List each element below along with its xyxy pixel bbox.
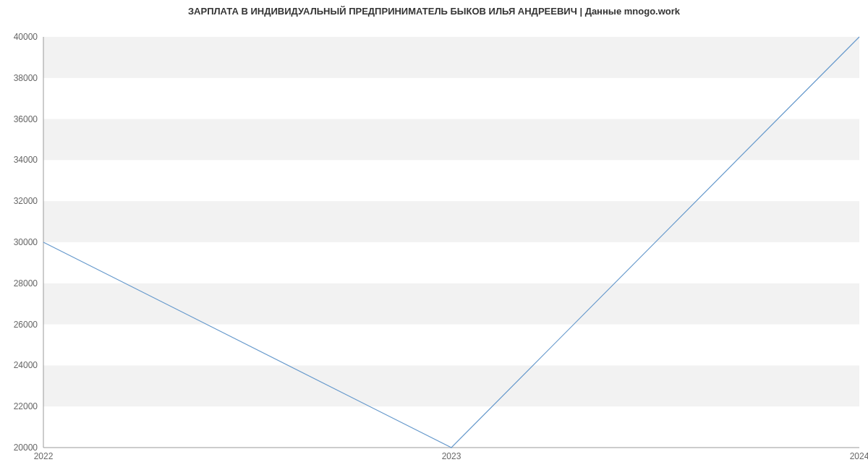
grid-band xyxy=(43,365,859,406)
y-tick-label: 26000 xyxy=(14,320,38,330)
y-tick-label: 40000 xyxy=(14,32,38,42)
x-tick-label: 2024 xyxy=(850,451,868,461)
y-tick-label: 30000 xyxy=(14,237,38,247)
grid-band xyxy=(43,201,859,242)
y-tick-label: 24000 xyxy=(14,360,38,370)
y-tick-label: 38000 xyxy=(14,73,38,83)
grid-band xyxy=(43,37,859,78)
x-tick-label: 2022 xyxy=(34,451,54,461)
chart-svg: 2000022000240002600028000300003200034000… xyxy=(0,17,868,470)
y-tick-label: 28000 xyxy=(14,278,38,289)
y-tick-label: 32000 xyxy=(14,196,38,206)
line-chart: ЗАРПЛАТА В ИНДИВИДУАЛЬНЫЙ ПРЕДПРИНИМАТЕЛ… xyxy=(0,0,868,470)
grid-band xyxy=(43,119,859,161)
chart-title: ЗАРПЛАТА В ИНДИВИДУАЛЬНЫЙ ПРЕДПРИНИМАТЕЛ… xyxy=(0,0,868,17)
x-tick-label: 2023 xyxy=(442,451,461,461)
y-tick-label: 36000 xyxy=(14,114,38,124)
y-tick-label: 34000 xyxy=(14,155,38,165)
y-tick-label: 22000 xyxy=(14,401,38,411)
